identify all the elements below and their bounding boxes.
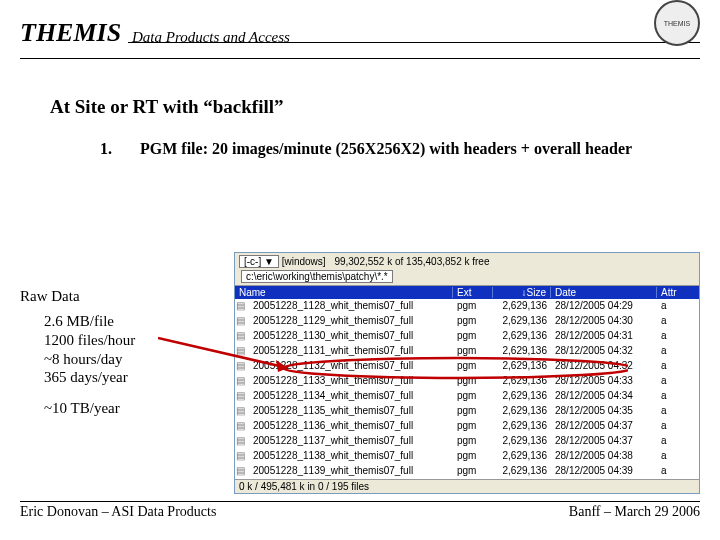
table-row[interactable]: ▤20051228_1131_whit_themis07_fullpgm2,62… [235, 344, 699, 359]
file-attr: a [657, 299, 699, 313]
file-ext: pgm [453, 299, 493, 313]
file-attr: a [657, 389, 699, 403]
file-ext: pgm [453, 374, 493, 388]
raw-data-heading: Raw Data [20, 288, 80, 305]
disk-free-text: 99,302,552 k of 135,403,852 k free [334, 256, 489, 267]
file-date: 28/12/2005 04:31 [551, 329, 657, 343]
table-row[interactable]: ▤20051228_1137_whit_themis07_fullpgm2,62… [235, 434, 699, 449]
file-size: 2,629,136 [493, 449, 551, 463]
table-row[interactable]: ▤20051228_1130_whit_themis07_fullpgm2,62… [235, 329, 699, 344]
file-size: 2,629,136 [493, 359, 551, 373]
file-icon: ▤ [235, 314, 249, 328]
file-icon: ▤ [235, 404, 249, 418]
fm-body: ▤20051228_1128_whit_themis07_fullpgm2,62… [235, 299, 699, 479]
file-attr: a [657, 434, 699, 448]
fm-column-headers[interactable]: Name Ext ↓Size Date Attr [235, 286, 699, 299]
file-icon: ▤ [235, 299, 249, 313]
file-name: 20051228_1139_whit_themis07_full [249, 464, 453, 478]
file-date: 28/12/2005 04:37 [551, 434, 657, 448]
file-icon: ▤ [235, 434, 249, 448]
file-date: 28/12/2005 04:29 [551, 299, 657, 313]
table-row[interactable]: ▤20051228_1136_whit_themis07_fullpgm2,62… [235, 419, 699, 434]
stat-line: 1200 files/hour [44, 331, 135, 350]
path-field[interactable]: c:\eric\working\themis\patchy\*.* [241, 270, 393, 283]
file-date: 28/12/2005 04:39 [551, 464, 657, 478]
file-date: 28/12/2005 04:35 [551, 404, 657, 418]
file-size: 2,629,136 [493, 464, 551, 478]
raw-data-total: ~10 TB/year [44, 400, 120, 417]
table-row[interactable]: ▤20051228_1138_whit_themis07_fullpgm2,62… [235, 449, 699, 464]
file-ext: pgm [453, 419, 493, 433]
subtitle: Data Products and Access [132, 29, 700, 46]
file-name: 20051228_1130_whit_themis07_full [249, 329, 453, 343]
brand: THEMIS [20, 18, 121, 48]
file-size: 2,629,136 [493, 314, 551, 328]
file-icon: ▤ [235, 344, 249, 358]
file-date: 28/12/2005 04:38 [551, 449, 657, 463]
file-ext: pgm [453, 359, 493, 373]
stat-line: 365 days/year [44, 368, 135, 387]
file-ext: pgm [453, 404, 493, 418]
file-ext: pgm [453, 329, 493, 343]
file-ext: pgm [453, 314, 493, 328]
file-attr: a [657, 419, 699, 433]
drive-type: [windows] [282, 256, 326, 267]
fm-toolbar: [-c-] ▼ [windows] 99,302,552 k of 135,40… [235, 253, 699, 286]
col-size[interactable]: ↓Size [493, 287, 551, 298]
file-attr: a [657, 344, 699, 358]
table-row[interactable]: ▤20051228_1135_whit_themis07_fullpgm2,62… [235, 404, 699, 419]
file-size: 2,629,136 [493, 329, 551, 343]
file-name: 20051228_1136_whit_themis07_full [249, 419, 453, 433]
file-date: 28/12/2005 04:34 [551, 389, 657, 403]
file-icon: ▤ [235, 389, 249, 403]
file-date: 28/12/2005 04:37 [551, 419, 657, 433]
file-icon: ▤ [235, 359, 249, 373]
col-date[interactable]: Date [551, 287, 657, 298]
file-ext: pgm [453, 344, 493, 358]
file-attr: a [657, 359, 699, 373]
col-name[interactable]: Name [235, 287, 453, 298]
chevron-down-icon: ▼ [264, 256, 274, 267]
table-row[interactable]: ▤20051228_1129_whit_themis07_fullpgm2,62… [235, 314, 699, 329]
file-icon: ▤ [235, 329, 249, 343]
file-date: 28/12/2005 04:32 [551, 344, 657, 358]
file-name: 20051228_1133_whit_themis07_full [249, 374, 453, 388]
numbered-item: 1. PGM file: 20 images/minute (256X256X2… [100, 140, 632, 158]
footer-right: Banff – March 29 2006 [569, 504, 700, 520]
col-attr[interactable]: Attr [657, 287, 699, 298]
table-row[interactable]: ▤20051228_1139_whit_themis07_fullpgm2,62… [235, 464, 699, 479]
file-attr: a [657, 464, 699, 478]
file-name: 20051228_1134_whit_themis07_full [249, 389, 453, 403]
file-icon: ▤ [235, 464, 249, 478]
drive-selector[interactable]: [-c-] ▼ [239, 255, 279, 268]
file-icon: ▤ [235, 449, 249, 463]
table-row[interactable]: ▤20051228_1128_whit_themis07_fullpgm2,62… [235, 299, 699, 314]
file-ext: pgm [453, 389, 493, 403]
file-name: 20051228_1128_whit_themis07_full [249, 299, 453, 313]
file-attr: a [657, 314, 699, 328]
stat-line: ~8 hours/day [44, 350, 135, 369]
file-name: 20051228_1135_whit_themis07_full [249, 404, 453, 418]
footer: Eric Donovan – ASI Data Products Banff –… [20, 501, 700, 520]
col-ext[interactable]: Ext [453, 287, 493, 298]
file-attr: a [657, 329, 699, 343]
file-name: 20051228_1137_whit_themis07_full [249, 434, 453, 448]
raw-data-stats: 2.6 MB/file 1200 files/hour ~8 hours/day… [44, 312, 135, 387]
fm-status-bar: 0 k / 495,481 k in 0 / 195 files [235, 479, 699, 493]
file-icon: ▤ [235, 419, 249, 433]
file-size: 2,629,136 [493, 344, 551, 358]
stat-line: 2.6 MB/file [44, 312, 135, 331]
file-attr: a [657, 374, 699, 388]
file-icon: ▤ [235, 374, 249, 388]
table-row[interactable]: ▤20051228_1134_whit_themis07_fullpgm2,62… [235, 389, 699, 404]
item-number: 1. [100, 140, 112, 157]
footer-left: Eric Donovan – ASI Data Products [20, 504, 216, 520]
item-text: PGM file: 20 images/minute (256X256X2) w… [140, 140, 632, 157]
table-row[interactable]: ▤20051228_1133_whit_themis07_fullpgm2,62… [235, 374, 699, 389]
file-manager: [-c-] ▼ [windows] 99,302,552 k of 135,40… [234, 252, 700, 494]
file-size: 2,629,136 [493, 419, 551, 433]
file-ext: pgm [453, 464, 493, 478]
file-size: 2,629,136 [493, 404, 551, 418]
table-row[interactable]: ▤20051228_1132_whit_themis07_fullpgm2,62… [235, 359, 699, 374]
file-date: 28/12/2005 04:30 [551, 314, 657, 328]
